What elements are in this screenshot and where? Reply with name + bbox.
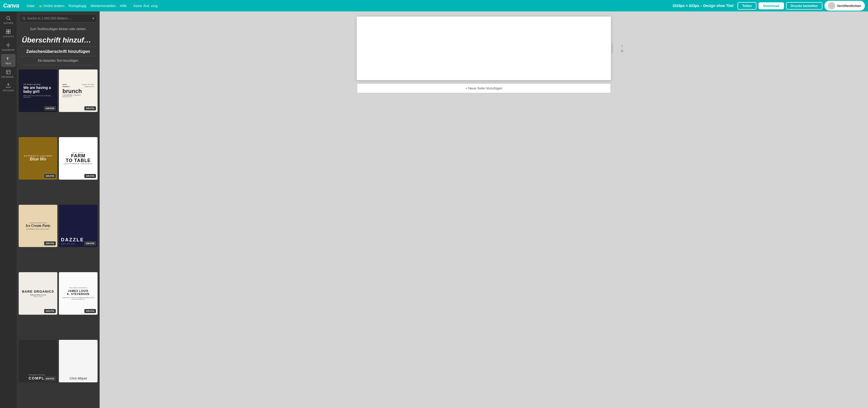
search-box[interactable]: ▾ bbox=[19, 14, 97, 23]
header-actions: Teilen Download Drucke bestellen Veröffe… bbox=[738, 1, 865, 11]
svg-point-0 bbox=[6, 16, 9, 20]
avatar bbox=[828, 2, 835, 9]
canvas-resize-handle[interactable] bbox=[612, 43, 613, 54]
top-navigation: Canva Datei Größe ändern Rückgängig Wied… bbox=[0, 0, 868, 11]
publish-button[interactable]: Veröffentlichen bbox=[825, 1, 865, 11]
tpl-brunch-formula: [ br(eakfast) + (l)unch ] bbox=[63, 94, 94, 96]
tpl-dazzle-sub: eau de pa bbox=[61, 243, 84, 245]
tpl-brunch-url: www.brunch.c bbox=[63, 96, 94, 98]
memo-subject-value: Employee Op bbox=[85, 86, 94, 87]
tpl-baby-large: We are having a baby girl! bbox=[23, 86, 53, 94]
sidebar-item-uploads[interactable]: UPLOADS bbox=[1, 81, 16, 94]
gratis-badge: GRATIS bbox=[84, 106, 96, 110]
template-card-leather[interactable]: AUTHENTIC LEATHER Blue Wo GRATIS bbox=[19, 137, 57, 180]
svg-point-10 bbox=[23, 17, 25, 19]
crown-icon bbox=[39, 4, 42, 7]
memo-date-value: October 25, 2019 bbox=[82, 84, 94, 85]
search-icon-sidebar bbox=[22, 16, 26, 20]
svg-text:T: T bbox=[6, 57, 8, 61]
menu-grosse[interactable]: Größe ändern bbox=[37, 3, 66, 9]
layouts-icon bbox=[6, 29, 11, 34]
sidebar-label-text: TEXT bbox=[5, 62, 11, 65]
unsaved-label: Keine Änd. vorg. bbox=[133, 4, 669, 8]
template-card-award[interactable]: This award is presented to JAMES LOUIS K… bbox=[59, 272, 97, 315]
template-card-photo[interactable]: Photography Workshop COMPLE GRATIS bbox=[19, 340, 57, 382]
template-card-chris[interactable]: Chris Miquel bbox=[59, 340, 97, 382]
canva-logo: Canva bbox=[3, 2, 19, 9]
divider bbox=[23, 65, 93, 65]
tpl-award-name: JAMES LOUIS K. STEVENSON bbox=[62, 290, 94, 296]
add-page-button[interactable]: + Neue Seite hinzufügen bbox=[357, 83, 611, 93]
add-body-button[interactable]: Ein bisschen Text hinzufügen bbox=[20, 57, 96, 65]
sidebar-item-suchen[interactable]: SUCHEN bbox=[1, 13, 16, 27]
gratis-badge: GRATIS bbox=[84, 241, 96, 245]
gratis-badge: GRATIS bbox=[44, 309, 56, 313]
tpl-icecream-date: SEPTEMBER 9, 2019 | 2:00 PM | FIND... bbox=[26, 228, 50, 230]
text-icon: T bbox=[6, 56, 11, 61]
search-icon bbox=[6, 15, 11, 21]
template-card-farm[interactable]: EST 1995 FARM TO TABLE CALIFORNIA ORGANI… bbox=[59, 137, 97, 180]
sidebar-label-hintergrund: HINTERGR... bbox=[1, 76, 16, 78]
tpl-photo-top: Photography Workshop bbox=[29, 374, 48, 376]
sidebar-label-elemente: ELEMENTE bbox=[2, 49, 15, 51]
template-card-dazzle[interactable]: DAZZLE eau de pa GRATIS bbox=[59, 205, 97, 247]
template-card-brunch[interactable]: DATE October 25, 2019 SUBJECT Employee O… bbox=[59, 69, 97, 112]
text-add-section: Überschrift hinzufüge... Zwischenübersch… bbox=[17, 33, 100, 67]
add-subheading-button[interactable]: Zwischenüberschrift hinzufügen bbox=[20, 47, 96, 56]
sidebar-panel: ▾ Zum Texthinzufügen klicken oder ziehen… bbox=[17, 11, 100, 408]
add-heading-button[interactable]: Überschrift hinzufüge... bbox=[20, 34, 96, 47]
main-layout: SUCHEN LAYOUTS ELEMENTE T TEXT HINTERGR.… bbox=[0, 11, 868, 408]
tpl-award-top: This award is presented to bbox=[62, 287, 94, 288]
download-button[interactable]: Download bbox=[758, 2, 784, 9]
menu-hilfe[interactable]: Hilfe bbox=[119, 3, 128, 9]
templates-grid: Our family is growing. We are having a b… bbox=[17, 67, 100, 408]
tpl-baby-small: Our family is growing. bbox=[23, 83, 53, 85]
tpl-chris-name: Chris Miquel bbox=[69, 377, 87, 380]
tpl-brunch-big: brunch bbox=[63, 89, 94, 94]
menu-wiederherstellen[interactable]: Wiederherstellen bbox=[89, 3, 118, 9]
gratis-badge: GRATIS bbox=[44, 106, 56, 110]
gratis-badge: GRATIS bbox=[84, 174, 96, 178]
sidebar-item-layouts[interactable]: LAYOUTS bbox=[1, 27, 16, 40]
tpl-icecream-top: YOU'RE INVITED TO AN bbox=[26, 222, 50, 224]
elements-icon bbox=[6, 42, 11, 48]
page-number: 1 ⧉ bbox=[621, 44, 623, 53]
template-card-icecream[interactable]: YOU'RE INVITED TO AN Ice Cream Party SEP… bbox=[19, 205, 57, 247]
sidebar-item-elemente[interactable]: ELEMENTE bbox=[1, 40, 16, 54]
icon-bar: SUCHEN LAYOUTS ELEMENTE T TEXT HINTERGR.… bbox=[0, 11, 17, 408]
doc-title[interactable]: 3333px × 833px – Design ohne Titel bbox=[673, 4, 733, 8]
page-num-label: 1 bbox=[621, 44, 623, 48]
tpl-leather-top: AUTHENTIC LEATHER bbox=[24, 155, 52, 157]
menu-ruckgangig[interactable]: Rückgängig bbox=[67, 3, 88, 9]
tpl-organics-weight: 150ml | 5.07o bbox=[22, 296, 54, 297]
memo-date-label: DATE bbox=[63, 84, 67, 85]
canvas-page[interactable] bbox=[357, 16, 611, 80]
svg-rect-8 bbox=[6, 70, 10, 74]
print-button[interactable]: Drucke bestellen bbox=[786, 2, 823, 9]
tpl-award-bottom: for garnering 1st Honors in Academic Exc… bbox=[62, 297, 94, 300]
tpl-organics-sub: Natural Body Scrub bbox=[22, 294, 54, 296]
template-card-organics[interactable]: BARE ORGANICS Natural Body Scrub 150ml |… bbox=[19, 272, 57, 315]
menu-datei[interactable]: Datei bbox=[25, 3, 36, 9]
share-button[interactable]: Teilen bbox=[738, 2, 756, 9]
sidebar-label-uploads: UPLOADS bbox=[3, 89, 14, 92]
canvas-wrapper: 1 ⧉ + Neue Seite hinzufügen bbox=[357, 16, 611, 93]
tpl-baby-sub: Hillary and Chris Johnson are expecting … bbox=[23, 95, 53, 98]
tpl-farm-sub: CALIFORNIA ORGANIC bbox=[64, 163, 93, 165]
tpl-icecream-script: Ice Cream Party bbox=[26, 224, 50, 228]
sidebar-item-hintergrund[interactable]: HINTERGR... bbox=[1, 67, 16, 80]
background-icon bbox=[6, 69, 11, 75]
search-input[interactable] bbox=[26, 14, 92, 22]
svg-point-6 bbox=[7, 44, 9, 46]
gratis-badge: GRATIS bbox=[44, 174, 56, 178]
template-card-baby[interactable]: Our family is growing. We are having a b… bbox=[19, 69, 57, 112]
svg-rect-4 bbox=[6, 32, 8, 34]
svg-rect-5 bbox=[8, 32, 10, 34]
canvas-area: 1 ⧉ + Neue Seite hinzufügen bbox=[100, 11, 868, 408]
duplicate-page-icon[interactable]: ⧉ bbox=[621, 49, 623, 53]
tpl-dazzle-big: DAZZLE bbox=[61, 237, 84, 243]
gratis-badge: GRATIS bbox=[44, 241, 56, 245]
tpl-organics-big: BARE ORGANICS bbox=[22, 290, 54, 294]
sidebar-item-text[interactable]: T TEXT bbox=[1, 54, 16, 67]
svg-rect-3 bbox=[8, 30, 10, 32]
